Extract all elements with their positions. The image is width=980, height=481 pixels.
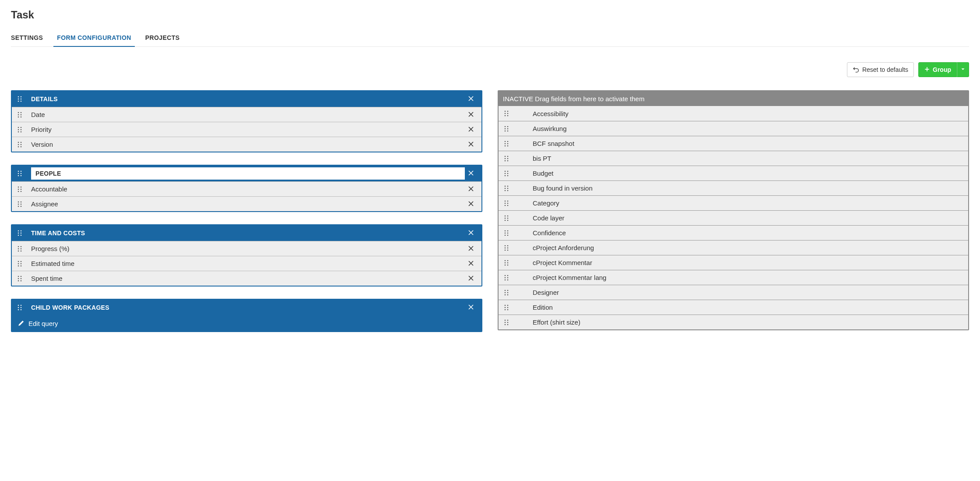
drag-handle-icon[interactable] (14, 186, 25, 192)
remove-field-button[interactable] (465, 260, 477, 267)
drag-handle-icon[interactable] (14, 261, 25, 267)
group-people: AccountableAssignee (11, 165, 482, 212)
drag-handle-icon[interactable] (14, 112, 25, 118)
drag-handle-icon[interactable] (501, 200, 512, 206)
drag-handle-icon[interactable] (14, 141, 25, 148)
add-group-button[interactable]: Group (918, 62, 957, 77)
drag-handle-icon[interactable] (501, 275, 512, 281)
drag-handle-icon[interactable] (501, 290, 512, 296)
field-row[interactable]: Estimated time (12, 256, 481, 271)
inactive-field-row[interactable]: Auswirkung (499, 121, 968, 136)
field-row[interactable]: Version (12, 137, 481, 152)
drag-handle-icon[interactable] (501, 141, 512, 147)
reset-defaults-button[interactable]: Reset to defaults (847, 62, 914, 77)
remove-field-button[interactable] (465, 111, 477, 118)
svg-point-107 (507, 190, 509, 191)
svg-point-10 (18, 116, 19, 117)
tab-settings[interactable]: SETTINGS (11, 34, 43, 46)
group-title-label[interactable]: CHILD WORK PACKAGES (31, 304, 109, 311)
tab-form-configuration[interactable]: FORM CONFIGURATION (57, 34, 131, 46)
field-row[interactable]: Priority (12, 122, 481, 137)
svg-point-138 (505, 275, 506, 276)
tab-projects[interactable]: PROJECTS (145, 34, 180, 46)
inactive-field-row[interactable]: Category (499, 195, 968, 210)
group-header: TIME AND COSTS (12, 225, 481, 241)
drag-handle-icon[interactable] (501, 319, 512, 325)
drag-handle-icon[interactable] (501, 170, 512, 177)
svg-point-34 (18, 191, 19, 192)
inactive-field-row[interactable]: cProject Anforderung (499, 240, 968, 255)
field-label: Accountable (25, 185, 465, 193)
svg-point-36 (18, 201, 19, 202)
inactive-field-row[interactable]: Effort (shirt size) (499, 315, 968, 329)
group-title-label[interactable]: TIME AND COSTS (31, 230, 85, 237)
inactive-field-row[interactable]: Edition (499, 300, 968, 315)
drag-handle-icon[interactable] (501, 260, 512, 266)
inactive-field-row[interactable]: Code layer (499, 210, 968, 225)
inactive-field-label: cProject Anforderung (512, 244, 594, 251)
drag-handle-icon[interactable] (14, 246, 25, 252)
reset-defaults-label: Reset to defaults (862, 66, 908, 73)
svg-point-45 (21, 233, 22, 234)
remove-group-button[interactable] (465, 304, 477, 311)
group-details: DETAILSDatePriorityVersion (11, 90, 482, 152)
svg-point-112 (505, 205, 506, 206)
svg-point-5 (21, 101, 22, 102)
inactive-field-row[interactable]: bis PT (499, 151, 968, 166)
drag-handle-icon[interactable] (501, 156, 512, 162)
remove-field-button[interactable] (465, 126, 477, 133)
inactive-field-row[interactable]: Designer (499, 285, 968, 300)
inactive-field-row[interactable]: Accessibility (499, 106, 968, 121)
drag-handle-icon[interactable] (501, 126, 512, 132)
svg-point-90 (505, 156, 506, 157)
drag-handle-icon[interactable] (501, 185, 512, 191)
drag-handle-icon[interactable] (14, 230, 25, 236)
inactive-field-row[interactable]: cProject Kommentar (499, 255, 968, 270)
drag-handle-icon[interactable] (14, 170, 25, 177)
inactive-field-row[interactable]: Bug found in version (499, 180, 968, 195)
svg-point-66 (18, 305, 19, 306)
tab-bar: SETTINGSFORM CONFIGURATIONPROJECTS (11, 34, 969, 47)
remove-field-button[interactable] (465, 275, 477, 282)
svg-point-74 (505, 113, 506, 114)
inactive-box: INACTIVE Drag fields from here to activa… (498, 90, 969, 330)
inactive-field-row[interactable]: Budget (499, 166, 968, 180)
svg-point-110 (505, 202, 506, 204)
svg-point-0 (18, 96, 19, 98)
drag-handle-icon[interactable] (501, 304, 512, 311)
drag-handle-icon[interactable] (14, 276, 25, 282)
drag-handle-icon[interactable] (14, 304, 25, 311)
remove-group-button[interactable] (465, 170, 477, 177)
remove-field-button[interactable] (465, 186, 477, 193)
remove-field-button[interactable] (465, 245, 477, 252)
add-group-dropdown-toggle[interactable] (957, 62, 969, 77)
drag-handle-icon[interactable] (501, 215, 512, 221)
inactive-field-label: cProject Kommentar lang (512, 274, 606, 281)
remove-field-button[interactable] (465, 201, 477, 208)
remove-group-button[interactable] (465, 95, 477, 103)
drag-handle-icon[interactable] (501, 230, 512, 236)
remove-field-button[interactable] (465, 141, 477, 148)
svg-point-100 (505, 175, 506, 176)
drag-handle-icon[interactable] (14, 96, 25, 102)
remove-group-button[interactable] (465, 230, 477, 237)
field-row[interactable]: Date (12, 107, 481, 122)
svg-point-26 (18, 173, 19, 174)
inactive-field-row[interactable]: BCF snapshot (499, 136, 968, 151)
group-title-label[interactable]: DETAILS (31, 95, 58, 103)
svg-point-49 (21, 246, 22, 247)
field-row[interactable]: Accountable (12, 181, 481, 196)
field-row[interactable]: Progress (%) (12, 241, 481, 256)
drag-handle-icon[interactable] (501, 110, 512, 117)
inactive-field-row[interactable]: Confidence (499, 225, 968, 240)
field-row[interactable]: Assignee (12, 196, 481, 211)
drag-handle-icon[interactable] (501, 245, 512, 251)
svg-point-70 (18, 309, 19, 311)
group-title-input[interactable] (31, 167, 465, 180)
drag-handle-icon[interactable] (14, 127, 25, 133)
inactive-field-row[interactable]: cProject Kommentar lang (499, 270, 968, 285)
edit-query-button[interactable]: Edit query (12, 315, 481, 331)
drag-handle-icon[interactable] (14, 201, 25, 207)
svg-point-85 (507, 141, 509, 142)
field-row[interactable]: Spent time (12, 271, 481, 286)
